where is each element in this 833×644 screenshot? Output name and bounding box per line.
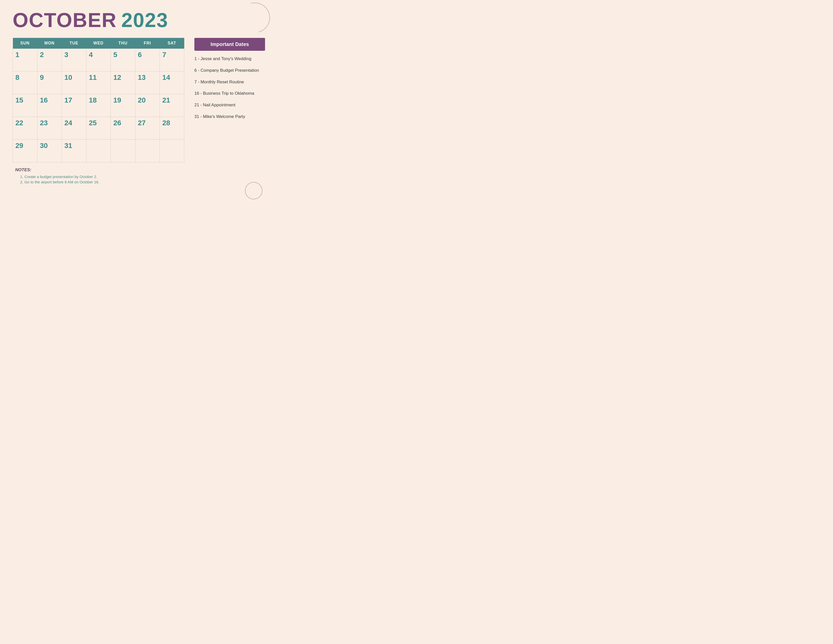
day-number: 18 [89,96,96,104]
day-number: 7 [162,51,166,59]
day-number: 16 [40,96,48,104]
important-date-item-4: 16 - Business Trip to Oklahoma [195,90,265,97]
day-number: 10 [64,74,72,81]
calendar-cell[interactable] [86,140,111,163]
day-number: 11 [89,74,96,81]
calendar-cell[interactable]: 1 [13,49,37,71]
day-number: 1 [15,51,19,59]
calendar-cell[interactable]: 22 [13,117,37,140]
calendar-cell[interactable]: 24 [62,117,86,140]
calendar-section: SUN MON TUE WED THU FRI SAT 123456789101… [13,38,184,185]
calendar-cell[interactable]: 19 [111,94,135,117]
day-number: 2 [40,51,44,59]
day-number: 12 [113,74,121,81]
calendar-week-3: 15161718192021 [13,94,184,117]
note-item-2: Go to the airport before 6 AM on October… [20,180,184,184]
calendar-cell[interactable]: 8 [13,71,37,94]
header-mon: MON [37,38,62,49]
day-number: 19 [113,96,121,104]
note-item-1: Create a budget presentation by October … [20,174,184,179]
calendar-cell[interactable]: 15 [13,94,37,117]
header-tue: TUE [62,38,86,49]
calendar-cell[interactable]: 2 [37,49,62,71]
calendar-cell[interactable]: 27 [135,117,160,140]
day-number: 30 [40,142,48,150]
calendar-week-4: 22232425262728 [13,117,184,140]
calendar-cell[interactable]: 30 [37,140,62,163]
calendar-cell[interactable]: 4 [86,49,111,71]
calendar-cell[interactable]: 23 [37,117,62,140]
calendar-cell[interactable]: 18 [86,94,111,117]
day-number: 3 [64,51,68,59]
calendar-cell[interactable]: 10 [62,71,86,94]
calendar-cell[interactable]: 21 [160,94,184,117]
day-number: 21 [162,96,170,104]
calendar-cell[interactable]: 3 [62,49,86,71]
calendar-cell[interactable]: 31 [62,140,86,163]
important-date-item-6: 31 - Mike's Welcome Party [195,114,265,120]
calendar-cell[interactable] [135,140,160,163]
calendar-cell[interactable]: 17 [62,94,86,117]
day-number: 27 [138,119,146,127]
calendar-week-2: 891011121314 [13,71,184,94]
notes-section: NOTES: Create a budget presentation by O… [13,167,184,184]
calendar-cell[interactable]: 29 [13,140,37,163]
header-sun: SUN [13,38,37,49]
day-number: 9 [40,74,44,81]
day-number: 14 [162,74,170,81]
calendar-cell[interactable]: 12 [111,71,135,94]
header-sat: SAT [160,38,184,49]
day-number: 20 [138,96,146,104]
decoration-top-right [234,0,276,39]
important-date-item-1: 1 - Jesse and Tony's Wedding [195,56,265,62]
day-number: 8 [15,74,19,81]
calendar-cell[interactable] [111,140,135,163]
days-header-row: SUN MON TUE WED THU FRI SAT [13,38,184,49]
date-items-container: 1 - Jesse and Tony's Wedding6 - Company … [195,56,265,120]
calendar-cell[interactable]: 26 [111,117,135,140]
day-number: 22 [15,119,23,127]
calendar-cell[interactable]: 7 [160,49,184,71]
month-title: OCTOBER [13,10,117,30]
year-title: 2023 [121,10,168,30]
day-number: 15 [15,96,23,104]
title-row: OCTOBER 2023 [13,10,265,30]
calendar-cell[interactable]: 25 [86,117,111,140]
calendar-cell[interactable]: 9 [37,71,62,94]
header-thu: THU [111,38,135,49]
day-number: 23 [40,119,48,127]
day-number: 26 [113,119,121,127]
calendar-cell[interactable]: 14 [160,71,184,94]
calendar-cell[interactable]: 20 [135,94,160,117]
day-number: 13 [138,74,146,81]
calendar-cell[interactable]: 16 [37,94,62,117]
calendar-cell[interactable] [160,140,184,163]
important-dates-section: Important Dates 1 - Jesse and Tony's Wed… [195,38,265,125]
calendar-cell[interactable]: 13 [135,71,160,94]
notes-label: NOTES: [15,167,184,172]
main-layout: SUN MON TUE WED THU FRI SAT 123456789101… [13,38,265,185]
day-number: 6 [138,51,142,59]
notes-list: Create a budget presentation by October … [15,174,184,184]
calendar-cell[interactable]: 6 [135,49,160,71]
calendar-cell[interactable]: 5 [111,49,135,71]
calendar-week-1: 1234567 [13,49,184,71]
calendar-table: SUN MON TUE WED THU FRI SAT 123456789101… [13,38,184,163]
calendar-cell[interactable]: 28 [160,117,184,140]
decoration-bottom-right [245,182,262,200]
day-number: 4 [89,51,93,59]
day-number: 28 [162,119,170,127]
day-number: 5 [113,51,117,59]
calendar-cell[interactable]: 11 [86,71,111,94]
header-wed: WED [86,38,111,49]
day-number: 24 [64,119,72,127]
calendar-week-5: 293031 [13,140,184,163]
day-number: 17 [64,96,72,104]
important-date-item-5: 21 - Nail Appointment [195,102,265,108]
day-number: 29 [15,142,23,150]
day-number: 25 [89,119,96,127]
header-fri: FRI [135,38,160,49]
important-date-item-3: 7 - Monthly Reset Routine [195,79,265,85]
important-dates-header: Important Dates [195,38,265,51]
important-date-item-2: 6 - Company Budget Presentation [195,68,265,74]
